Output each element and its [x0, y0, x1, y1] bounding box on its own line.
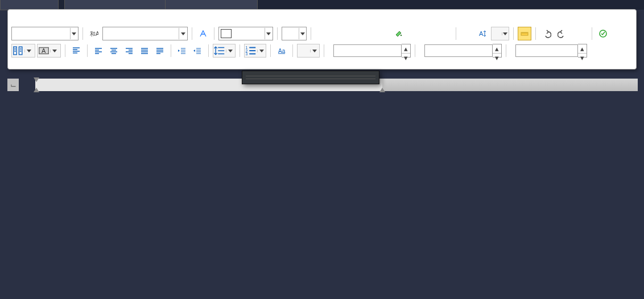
separator: [592, 27, 592, 40]
align-right-button[interactable]: [122, 44, 136, 58]
chevron-down-icon: [24, 50, 33, 52]
line-spacing-icon: [213, 44, 226, 57]
align-top-left-button[interactable]: [69, 44, 83, 58]
bold-button[interactable]: [315, 27, 329, 40]
oblique-input[interactable]: [333, 44, 402, 57]
svg-text:3: 3: [245, 52, 247, 56]
indent-increase-button[interactable]: [191, 44, 204, 58]
separator: [171, 44, 171, 57]
undo-button[interactable]: [540, 27, 554, 40]
separator: [456, 27, 456, 40]
change-case-button[interactable]: [460, 27, 474, 40]
svg-text:A: A: [479, 30, 484, 37]
subscript-button[interactable]: [423, 27, 436, 40]
separator: [270, 44, 271, 57]
ruler-corner-icon: ⌙: [7, 79, 19, 91]
align-left-button[interactable]: [92, 44, 105, 58]
chevron-down-icon: [50, 50, 59, 52]
columns-icon: [12, 44, 24, 57]
top-toolbar-remnant: [0, 0, 644, 10]
svg-text:和A: 和A: [90, 31, 98, 37]
separator: [214, 27, 214, 40]
svg-point-1: [401, 35, 402, 36]
superscript-button[interactable]: [407, 27, 421, 40]
chevron-down-icon: [310, 50, 319, 52]
oblique-spinner[interactable]: ▴▾: [333, 44, 411, 58]
columns-split[interactable]: [11, 44, 35, 58]
font-settings-split[interactable]: [491, 27, 509, 40]
width-factor-spinner[interactable]: ▴▾: [515, 44, 587, 58]
chevron-down-icon: [502, 32, 509, 35]
separator: [240, 44, 240, 57]
field-icon: A: [38, 44, 50, 57]
numbered-list-split[interactable]: 123: [244, 44, 266, 58]
annotative-icon[interactable]: [196, 27, 210, 40]
text-format-panel: 和A: [7, 9, 637, 69]
width-factor-input[interactable]: [515, 44, 578, 57]
text-size-combo[interactable]: [282, 27, 307, 40]
chevron-down-icon: [265, 28, 273, 39]
separator: [192, 27, 192, 40]
text-color-combo[interactable]: [218, 27, 273, 40]
line-spacing-split[interactable]: [213, 44, 236, 58]
tracking-input[interactable]: [424, 44, 493, 57]
options-button[interactable]: [596, 27, 610, 40]
separator: [415, 44, 415, 57]
uppercase-button[interactable]: Aa: [275, 44, 288, 58]
font-combo[interactable]: [102, 27, 188, 40]
first-line-indent-marker[interactable]: [34, 77, 39, 83]
symbol-split[interactable]: [297, 44, 320, 58]
color-swatch: [221, 29, 232, 38]
separator: [87, 44, 88, 57]
text-height-button[interactable]: A: [476, 27, 489, 40]
separator: [208, 44, 209, 57]
numbered-list-menu: [242, 71, 379, 84]
strikethrough-button[interactable]: [346, 27, 360, 40]
numbered-list-icon: 123: [245, 44, 257, 57]
text-editor-canvas[interactable]: [7, 92, 637, 299]
separator: [311, 27, 311, 40]
format-paint-icon[interactable]: [392, 27, 406, 40]
align-center-button[interactable]: [107, 44, 121, 58]
separator: [65, 44, 65, 57]
separator: [82, 27, 83, 40]
separator: [535, 27, 536, 40]
separator: [513, 27, 514, 40]
spinner-arrows[interactable]: ▴▾: [493, 44, 502, 58]
stack-fraction-button[interactable]: [438, 27, 452, 40]
chevron-down-icon: [226, 50, 234, 52]
text-style-combo[interactable]: [11, 27, 79, 40]
chevron-down-icon: [70, 28, 78, 39]
overline-button[interactable]: [377, 27, 390, 40]
menu-separator: [246, 79, 375, 79]
separator: [292, 44, 293, 57]
separator: [277, 27, 278, 40]
menu-separator: [246, 76, 375, 76]
svg-text:A: A: [42, 47, 46, 54]
spinner-arrows[interactable]: ▴▾: [578, 44, 587, 58]
chevron-down-icon: [257, 50, 266, 52]
chevron-down-icon: [299, 28, 306, 39]
tracking-spinner[interactable]: ▴▾: [424, 44, 502, 58]
font-glyph-icon[interactable]: 和A: [87, 27, 101, 40]
align-distribute-button[interactable]: [153, 44, 167, 58]
chevron-down-icon: [179, 28, 187, 39]
italic-button[interactable]: [331, 27, 344, 40]
ruler-toggle[interactable]: [518, 27, 531, 40]
separator: [324, 44, 324, 57]
field-split[interactable]: A: [37, 44, 61, 58]
separator: [506, 44, 506, 57]
redo-button[interactable]: [555, 27, 569, 40]
spinner-arrows[interactable]: ▴▾: [402, 44, 411, 58]
underline-button[interactable]: [361, 27, 375, 40]
indent-decrease-button[interactable]: [175, 44, 189, 58]
svg-text:Aa: Aa: [278, 48, 286, 54]
ok-button[interactable]: [571, 27, 588, 40]
align-justify-button[interactable]: [138, 44, 151, 58]
